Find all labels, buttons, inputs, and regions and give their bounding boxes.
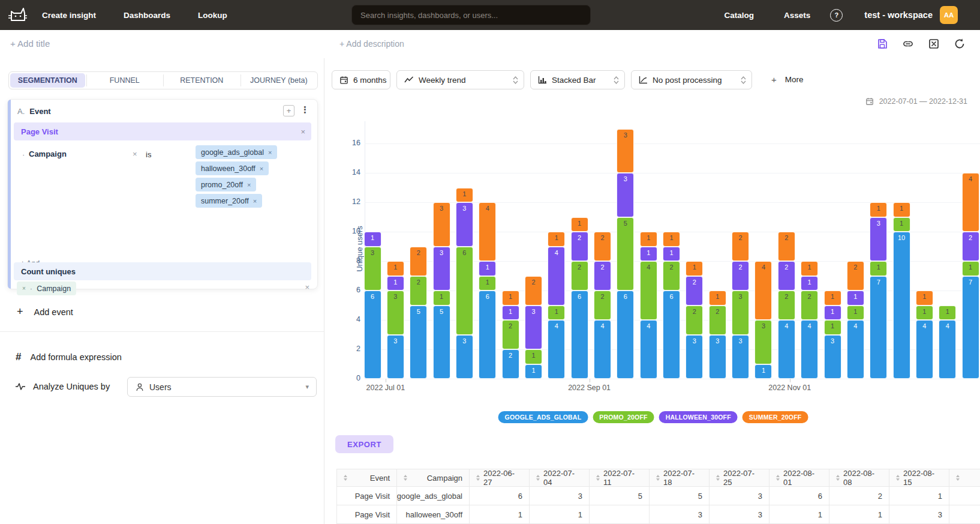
table-header-cell[interactable]: 2022-08-15 <box>889 469 949 487</box>
bar-segment-summer_20off[interactable]: 1 <box>801 261 818 276</box>
bar-segment-promo_20off[interactable]: 3 <box>387 291 404 335</box>
filter-value-chip[interactable]: google_ads_global× <box>196 145 277 159</box>
bar-segment-summer_20off[interactable]: 1 <box>824 291 841 306</box>
bar-segment-summer_20off[interactable]: 1 <box>916 291 933 306</box>
event-selector[interactable]: Page Visit × <box>14 122 311 140</box>
bar-segment-promo_20off[interactable]: 2 <box>686 306 703 335</box>
table-header-cell[interactable]: 2022-08-01 <box>769 469 829 487</box>
nav-link-dashboards[interactable]: Dashboards <box>124 11 170 20</box>
bar-segment-promo_20off[interactable]: 1 <box>824 320 841 335</box>
bar-segment-halloween_30off[interactable]: 1 <box>364 232 381 247</box>
post-processing-select[interactable]: No post processing <box>631 70 752 89</box>
bar-segment-google_ads_global[interactable]: 4 <box>916 320 933 379</box>
table-header-cell[interactable]: 2022-07-18 <box>650 469 710 487</box>
table-header-cell[interactable]: 2022-06-27 <box>470 469 530 487</box>
bar-segment-promo_20off[interactable]: 2 <box>778 291 795 320</box>
tab-segmentation[interactable]: SEGMENTATION <box>10 73 85 88</box>
segment-menu-icon[interactable]: ⋮ <box>300 104 309 115</box>
bar-segment-promo_20off[interactable]: 1 <box>479 276 496 291</box>
bar-segment-summer_20off[interactable]: 3 <box>433 202 450 247</box>
chart-type-select[interactable]: Stacked Bar <box>530 70 625 89</box>
bar-segment-promo_20off[interactable]: 1 <box>870 261 887 276</box>
bar-segment-google_ads_global[interactable]: 6 <box>364 291 381 379</box>
more-button[interactable]: + More <box>771 74 804 85</box>
bar-segment-promo_20off[interactable]: 1 <box>939 306 956 321</box>
bar-segment-halloween_30off[interactable]: 3 <box>870 217 887 262</box>
table-header-cell[interactable]: 2022-07-25 <box>710 469 769 487</box>
bar-segment-halloween_30off[interactable]: 3 <box>456 202 473 247</box>
bar-segment-google_ads_global[interactable]: 3 <box>686 335 703 379</box>
tab-funnel[interactable]: FUNNEL <box>88 73 163 88</box>
legend-item-google_ads_global[interactable]: GOOGLE_ADS_GLOBAL <box>498 411 588 423</box>
bar-segment-google_ads_global[interactable]: 3 <box>387 335 404 379</box>
bar-segment-google_ads_global[interactable]: 4 <box>548 320 565 379</box>
bar-segment-summer_20off[interactable]: 1 <box>502 291 519 306</box>
bar-segment-google_ads_global[interactable]: 4 <box>640 320 657 379</box>
bar-segment-promo_20off[interactable]: 3 <box>754 320 772 364</box>
bar-segment-google_ads_global[interactable]: 3 <box>456 335 473 379</box>
nav-link-catalog[interactable]: Catalog <box>725 11 754 20</box>
bar-segment-halloween_30off[interactable]: 4 <box>548 247 565 306</box>
bar-segment-google_ads_global[interactable]: 10 <box>893 232 910 379</box>
bar-segment-google_ads_global[interactable]: 5 <box>433 306 450 379</box>
app-logo-cat-icon[interactable] <box>7 6 28 24</box>
breakdown-chip[interactable]: × · Campaign <box>17 282 76 295</box>
bar-segment-summer_20off[interactable]: 1 <box>870 202 887 217</box>
bar-segment-promo_20off[interactable]: 2 <box>571 261 588 291</box>
legend-item-summer_20off[interactable]: SUMMER_20OFF <box>742 411 808 423</box>
bar-segment-promo_20off[interactable]: 2 <box>709 306 726 335</box>
bar-segment-summer_20off[interactable]: 2 <box>594 232 611 261</box>
bar-segment-google_ads_global[interactable]: 6 <box>571 291 588 379</box>
bar-segment-halloween_30off[interactable]: 2 <box>962 232 979 261</box>
nav-link-lookup[interactable]: Lookup <box>198 11 227 20</box>
nav-link-assets[interactable]: Assets <box>784 11 810 20</box>
bar-segment-promo_20off[interactable]: 2 <box>663 261 680 291</box>
bar-segment-halloween_30off[interactable]: 2 <box>686 276 703 306</box>
bar-segment-halloween_30off[interactable]: 1 <box>801 276 818 291</box>
bar-segment-google_ads_global[interactable]: 3 <box>709 335 726 379</box>
add-formula-button[interactable]: # Add formula expression <box>16 351 122 363</box>
bar-segment-summer_20off[interactable]: 2 <box>525 276 542 306</box>
bar-segment-google_ads_global[interactable]: 1 <box>754 364 772 379</box>
bar-segment-google_ads_global[interactable]: 3 <box>732 335 749 379</box>
bar-segment-promo_20off[interactable]: 2 <box>801 291 818 320</box>
bar-segment-google_ads_global[interactable]: 4 <box>594 320 611 379</box>
help-icon[interactable]: ? <box>830 9 843 22</box>
table-header-cell[interactable]: Event <box>337 469 397 487</box>
bar-segment-google_ads_global[interactable]: 4 <box>939 320 956 379</box>
nav-link-create-insight[interactable]: Create insight <box>42 11 96 20</box>
bar-segment-summer_20off[interactable]: 2 <box>732 232 749 261</box>
bar-segment-promo_20off[interactable]: 1 <box>847 306 864 321</box>
bar-segment-halloween_30off[interactable]: 1 <box>824 306 841 321</box>
filter-operator[interactable]: is <box>146 150 151 159</box>
bar-segment-summer_20off[interactable]: 1 <box>387 261 404 276</box>
bar-segment-summer_20off[interactable]: 1 <box>571 217 588 232</box>
remove-value-icon[interactable]: × <box>247 181 251 188</box>
remove-event-icon[interactable]: × <box>300 127 305 136</box>
bar-segment-halloween_30off[interactable]: 1 <box>387 276 404 291</box>
bar-segment-promo_20off[interactable]: 1 <box>525 349 542 364</box>
remove-value-icon[interactable]: × <box>260 165 263 172</box>
avatar[interactable]: AA <box>940 6 958 24</box>
bar-segment-summer_20off[interactable]: 4 <box>479 202 496 261</box>
bar-segment-promo_20off[interactable]: 5 <box>617 217 634 291</box>
bar-segment-halloween_30off[interactable]: 2 <box>594 261 611 291</box>
bar-segment-google_ads_global[interactable]: 2 <box>502 349 519 379</box>
tab-retention[interactable]: RETENTION <box>164 73 239 88</box>
bar-segment-summer_20off[interactable]: 1 <box>548 232 565 247</box>
bar-segment-summer_20off[interactable]: 1 <box>686 261 703 276</box>
bar-segment-halloween_30off[interactable]: 2 <box>571 232 588 261</box>
bar-segment-promo_20off[interactable]: 6 <box>456 247 473 335</box>
bar-segment-google_ads_global[interactable]: 5 <box>410 306 427 379</box>
clear-insight-icon[interactable] <box>928 38 940 50</box>
bar-segment-summer_20off[interactable]: 3 <box>617 129 634 173</box>
bar-segment-halloween_30off[interactable]: 1 <box>847 291 864 306</box>
legend-item-promo_20off[interactable]: PROMO_20OFF <box>593 411 654 423</box>
tab-journey-beta-[interactable]: JOURNEY (beta) <box>242 73 317 88</box>
bar-segment-google_ads_global[interactable]: 6 <box>617 291 634 379</box>
bar-segment-google_ads_global[interactable]: 3 <box>824 335 841 379</box>
filter-value-chip[interactable]: halloween_30off× <box>196 161 269 175</box>
add-event-button[interactable]: + Add event <box>17 306 73 318</box>
bar-segment-summer_20off[interactable]: 1 <box>893 202 910 217</box>
bar-segment-promo_20off[interactable]: 4 <box>640 261 657 320</box>
